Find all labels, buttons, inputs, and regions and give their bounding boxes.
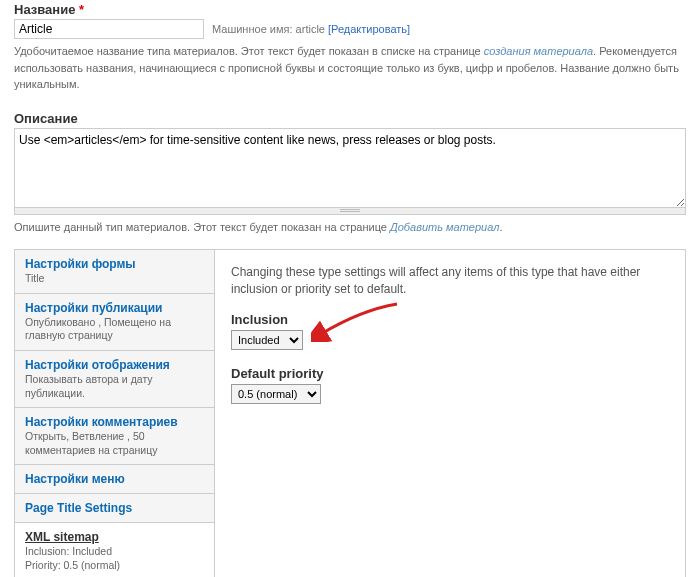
vtab-page-title[interactable]: Page Title Settings bbox=[15, 494, 214, 523]
name-label-text: Название bbox=[14, 2, 75, 17]
vertical-tabs-pane: Changing these type settings will affect… bbox=[215, 250, 685, 577]
vtab-summary: Inclusion: Included Priority: 0.5 (norma… bbox=[25, 545, 204, 572]
machine-name-edit-link[interactable]: [Редактировать] bbox=[328, 23, 410, 35]
machine-name-prefix: Машинное имя: bbox=[212, 23, 293, 35]
vtab-display[interactable]: Настройки отображения Показывать автора … bbox=[15, 351, 214, 408]
resize-grip[interactable] bbox=[14, 208, 686, 215]
vtab-summary: Опубликовано , Помещено на главную стран… bbox=[25, 316, 204, 343]
vertical-tabs: Настройки формы Title Настройки публикац… bbox=[14, 249, 686, 577]
name-label: Название * bbox=[14, 2, 686, 17]
machine-name-value: article bbox=[296, 23, 325, 35]
vtab-title: Настройки комментариев bbox=[25, 415, 204, 429]
vtab-summary: Открыть, Ветвление , 50 комментариев на … bbox=[25, 430, 204, 457]
pane-info: Changing these type settings will affect… bbox=[231, 264, 669, 298]
vtab-title: Настройки формы bbox=[25, 257, 204, 271]
vtab-summary: Показывать автора и дату публикации. bbox=[25, 373, 204, 400]
description-label: Описание bbox=[14, 111, 686, 126]
inclusion-group: Inclusion Included bbox=[231, 312, 669, 350]
inclusion-label: Inclusion bbox=[231, 312, 669, 327]
vtab-title: Настройки публикации bbox=[25, 301, 204, 315]
vtab-xml-sitemap[interactable]: XML sitemap Inclusion: Included Priority… bbox=[15, 523, 214, 577]
name-field: Название * Машинное имя: article [Редакт… bbox=[14, 2, 686, 93]
vtab-title: XML sitemap bbox=[25, 530, 204, 544]
machine-name: Машинное имя: article [Редактировать] bbox=[212, 23, 410, 35]
required-marker: * bbox=[79, 2, 84, 17]
priority-group: Default priority 0.5 (normal) bbox=[231, 366, 669, 404]
name-input[interactable] bbox=[14, 19, 204, 39]
description-help: Опишите данный тип материалов. Этот текс… bbox=[14, 219, 686, 236]
vtab-title: Настройки меню bbox=[25, 472, 204, 486]
vertical-tabs-list: Настройки формы Title Настройки публикац… bbox=[15, 250, 215, 577]
vtab-title: Настройки отображения bbox=[25, 358, 204, 372]
priority-label: Default priority bbox=[231, 366, 669, 381]
vtab-publishing[interactable]: Настройки публикации Опубликовано , Поме… bbox=[15, 294, 214, 351]
description-textarea[interactable]: Use <em>articles</em> for time-sensitive… bbox=[14, 128, 686, 208]
vtab-menu[interactable]: Настройки меню bbox=[15, 465, 214, 494]
vtab-comments[interactable]: Настройки комментариев Открыть, Ветвлени… bbox=[15, 408, 214, 465]
priority-select[interactable]: 0.5 (normal) bbox=[231, 384, 321, 404]
vtab-summary: Title bbox=[25, 272, 204, 286]
name-description: Удобочитаемое название типа материалов. … bbox=[14, 43, 686, 93]
description-field: Описание Use <em>articles</em> for time-… bbox=[14, 111, 686, 236]
vtab-title: Page Title Settings bbox=[25, 501, 204, 515]
inclusion-select[interactable]: Included bbox=[231, 330, 303, 350]
vtab-form-settings[interactable]: Настройки формы Title bbox=[15, 250, 214, 294]
